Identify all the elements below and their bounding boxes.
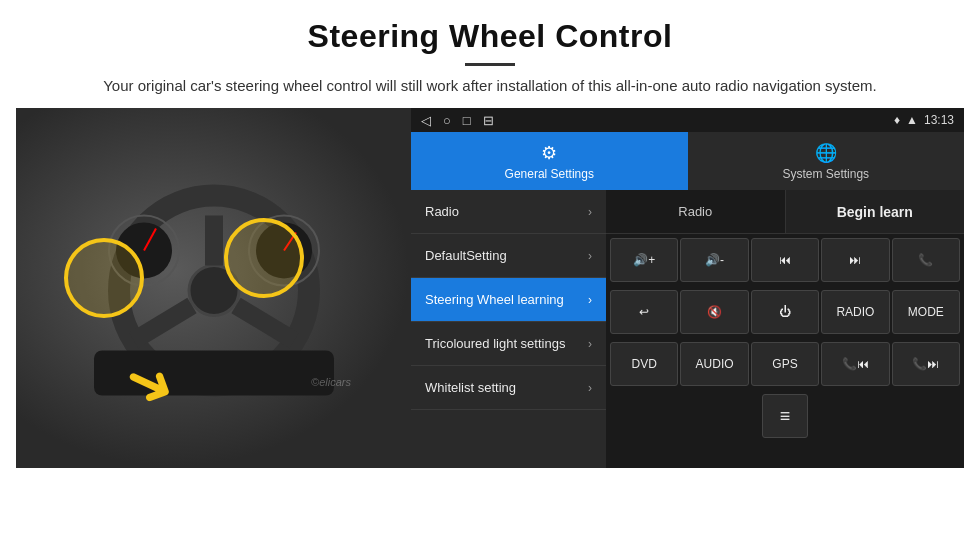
menu-item-steering[interactable]: Steering Wheel learning › [411, 278, 606, 322]
control-grid-row3: DVD AUDIO GPS 📞⏮ 📞⏭ [606, 338, 964, 390]
tab-bar: ⚙ General Settings 🌐 System Settings [411, 132, 964, 190]
menu-item-radio-label: Radio [425, 204, 459, 219]
recents-icon[interactable]: □ [463, 113, 471, 128]
status-bar-left: ◁ ○ □ ⊟ [421, 113, 494, 128]
car-background: ➜ ©elicars [16, 108, 411, 468]
chevron-icon-radio: › [588, 205, 592, 219]
power-button[interactable]: ⏻ [751, 290, 819, 334]
time-display: 13:13 [924, 113, 954, 127]
dvd-button[interactable]: DVD [610, 342, 678, 386]
radio-label-area: Radio [606, 190, 786, 233]
phone-prev-icon: 📞⏮ [842, 357, 869, 371]
main-content: ➜ ©elicars ◁ ○ □ ⊟ ♦ ▲ 13:13 [16, 108, 964, 468]
radio-mode-label: RADIO [836, 305, 874, 319]
menu-item-radio[interactable]: Radio › [411, 190, 606, 234]
header: Steering Wheel Control Your original car… [0, 0, 980, 108]
phone-button[interactable]: 📞 [892, 238, 960, 282]
begin-learn-label: Begin learn [837, 204, 913, 220]
dvd-label: DVD [632, 357, 657, 371]
svg-line-4 [236, 305, 294, 340]
vol-down-icon: 🔊- [705, 253, 724, 267]
radio-label: Radio [678, 204, 712, 219]
phone-next-button[interactable]: 📞⏭ [892, 342, 960, 386]
tab-system-label: System Settings [782, 167, 869, 181]
chevron-icon-steering: › [588, 293, 592, 307]
tab-general-label: General Settings [505, 167, 594, 181]
prev-track-icon: ⏮ [779, 253, 791, 267]
svg-line-3 [134, 305, 192, 340]
android-ui: ◁ ○ □ ⊟ ♦ ▲ 13:13 ⚙ General Settings [411, 108, 964, 468]
audio-button[interactable]: AUDIO [680, 342, 748, 386]
chevron-icon-tricoloured: › [588, 337, 592, 351]
car-image-area: ➜ ©elicars [16, 108, 411, 468]
prev-track-button[interactable]: ⏮ [751, 238, 819, 282]
gps-button[interactable]: GPS [751, 342, 819, 386]
menu-item-default[interactable]: DefaultSetting › [411, 234, 606, 278]
menu-item-whitelist-label: Whitelist setting [425, 380, 516, 395]
next-track-button[interactable]: ⏭ [821, 238, 889, 282]
menu-item-whitelist[interactable]: Whitelist setting › [411, 366, 606, 410]
chevron-icon-default: › [588, 249, 592, 263]
status-bar: ◁ ○ □ ⊟ ♦ ▲ 13:13 [411, 108, 964, 132]
top-row: Radio Begin learn [606, 190, 964, 234]
wifi-icon: ▲ [906, 113, 918, 127]
vol-up-button[interactable]: 🔊+ [610, 238, 678, 282]
menu-item-tricoloured-label: Tricoloured light settings [425, 336, 565, 351]
gps-label: GPS [772, 357, 797, 371]
left-menu: Radio › DefaultSetting › Steering Wheel … [411, 190, 606, 468]
tab-general-settings[interactable]: ⚙ General Settings [411, 132, 688, 190]
mute-icon: 🔇 [707, 305, 722, 319]
mode-label: MODE [908, 305, 944, 319]
content-area: Radio › DefaultSetting › Steering Wheel … [411, 190, 964, 468]
watermark: ©elicars [311, 376, 351, 388]
mute-button[interactable]: 🔇 [680, 290, 748, 334]
back-button[interactable]: ↩ [610, 290, 678, 334]
system-settings-icon: 🌐 [815, 142, 837, 164]
phone-prev-button[interactable]: 📞⏮ [821, 342, 889, 386]
phone-next-icon: 📞⏭ [912, 357, 939, 371]
menu-icon[interactable]: ⊟ [483, 113, 494, 128]
begin-learn-button[interactable]: Begin learn [786, 190, 965, 233]
page-title: Steering Wheel Control [60, 18, 920, 55]
menu-item-steering-label: Steering Wheel learning [425, 292, 564, 307]
mode-button[interactable]: MODE [892, 290, 960, 334]
menu-item-default-label: DefaultSetting [425, 248, 507, 263]
back-nav-icon: ↩ [639, 305, 649, 319]
audio-label: AUDIO [696, 357, 734, 371]
right-panel: Radio Begin learn 🔊+ 🔊- [606, 190, 964, 468]
radio-mode-button[interactable]: RADIO [821, 290, 889, 334]
menu-bottom-icon: ≡ [780, 406, 791, 427]
phone-icon: 📞 [918, 253, 933, 267]
control-grid-row2: ↩ 🔇 ⏻ RADIO MODE [606, 286, 964, 338]
tab-system-settings[interactable]: 🌐 System Settings [688, 132, 965, 190]
next-track-icon: ⏭ [849, 253, 861, 267]
menu-bottom-button[interactable]: ≡ [762, 394, 808, 438]
power-icon: ⏻ [779, 305, 791, 319]
general-settings-icon: ⚙ [541, 142, 557, 164]
status-bar-right: ♦ ▲ 13:13 [894, 113, 954, 127]
highlight-circle-right [224, 218, 304, 298]
vol-up-icon: 🔊+ [633, 253, 655, 267]
bottom-icon-row: ≡ [606, 390, 964, 442]
header-description: Your original car's steering wheel contr… [100, 74, 880, 98]
menu-item-tricoloured[interactable]: Tricoloured light settings › [411, 322, 606, 366]
page-container: Steering Wheel Control Your original car… [0, 0, 980, 468]
chevron-icon-whitelist: › [588, 381, 592, 395]
home-icon[interactable]: ○ [443, 113, 451, 128]
highlight-circle-left [64, 238, 144, 318]
back-icon[interactable]: ◁ [421, 113, 431, 128]
gps-icon: ♦ [894, 113, 900, 127]
header-divider [465, 63, 515, 66]
vol-down-button[interactable]: 🔊- [680, 238, 748, 282]
control-grid-row1: 🔊+ 🔊- ⏮ ⏭ 📞 [606, 234, 964, 286]
